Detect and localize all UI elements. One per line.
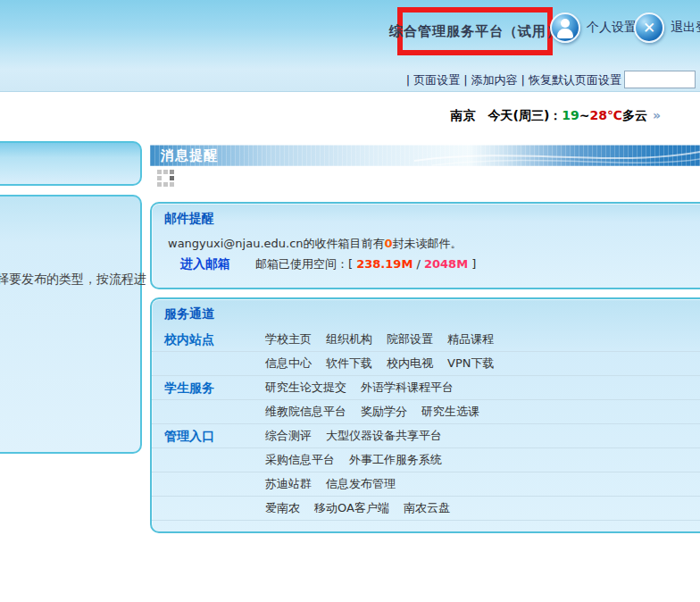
service-link[interactable]: 奖励学分 (361, 400, 407, 423)
service-category: 学生服务 (164, 376, 265, 399)
service-category (164, 497, 265, 520)
left-sidebar-panel-publish: 择要发布的类型，按流程进 (0, 195, 142, 454)
logout-button[interactable]: 退出登录 (634, 13, 700, 43)
weather-more-arrow[interactable]: » (653, 108, 661, 122)
page-toolbar: |页面设置|添加内容|恢复默认页面设置 (403, 72, 621, 88)
swoosh-decoration (414, 145, 700, 166)
weather-day: 今天(周三)： (488, 108, 562, 122)
service-link[interactable]: 研究生选课 (421, 400, 479, 423)
service-link[interactable]: 院部设置 (387, 328, 433, 351)
logout-label: 退出登录 (671, 20, 700, 36)
service-row: 学生服务研究生论文提交外语学科课程平台 (152, 376, 700, 400)
service-row: 信息中心软件下载校内电视VPN下载 (152, 352, 700, 376)
left-sidebar-panel-top[interactable] (0, 141, 142, 186)
toolbar-link[interactable]: 恢复默认页面设置 (529, 73, 621, 87)
service-link[interactable]: 采购信息平台 (265, 448, 335, 472)
toolbar-separator: | (463, 73, 467, 87)
service-row: 爱南农移动OA客户端南农云盘 (152, 497, 700, 521)
service-link[interactable]: 学校主页 (265, 328, 312, 351)
mail-reminder-panel: 邮件提醒 wangyuxi@njau.edu.cn的收件箱目前有0封未读邮件。 … (150, 202, 700, 289)
logout-x-icon (634, 13, 664, 43)
service-row: 苏迪站群信息发布管理 (152, 472, 700, 497)
service-link[interactable]: 信息中心 (265, 352, 312, 375)
platform-title-highlight: 综合管理服务平台（试用） (397, 7, 553, 55)
service-category (164, 400, 265, 423)
service-link[interactable]: 苏迪站群 (265, 472, 312, 496)
service-row: 采购信息平台外事工作服务系统 (152, 448, 700, 472)
mail-quota-line: 进入邮箱邮箱已使用空间：[ 238.19M / 2048M ] (180, 256, 476, 272)
service-link[interactable]: 组织机构 (326, 328, 372, 351)
service-category (164, 352, 265, 375)
service-link[interactable]: 移动OA客户端 (314, 497, 389, 520)
quota-end: ] (468, 257, 476, 271)
service-link[interactable]: 软件下载 (326, 352, 372, 375)
service-panel-title: 服务通道 (164, 306, 214, 322)
service-link[interactable]: VPN下载 (447, 352, 494, 375)
service-channel-panel: 服务通道 校内站点学校主页组织机构院部设置精品课程信息中心软件下载校内电视VPN… (150, 297, 700, 533)
service-link[interactable]: 南农云盘 (404, 497, 450, 520)
weather-city: 南京 (451, 108, 476, 122)
platform-title: 综合管理服务平台（试用） (389, 23, 561, 40)
service-link[interactable]: 外语学科课程平台 (361, 376, 454, 399)
portal-page: 综合管理服务平台（试用） 个人设置 退出登录 |页面设置|添加内容|恢复默认页面… (0, 0, 700, 602)
mail-status-prefix: wangyuxi@njau.edu.cn的收件箱目前有 (168, 237, 385, 250)
unread-count: 0 (385, 237, 393, 250)
weather-bar: 南京今天(周三)：19~28℃多云» (451, 108, 662, 124)
toolbar-input[interactable] (624, 71, 696, 88)
mail-panel-title: 邮件提醒 (164, 211, 214, 227)
message-reminder-title: 消息提醒 (161, 145, 218, 166)
personal-settings-label: 个人设置 (587, 20, 637, 36)
user-icon (550, 13, 580, 43)
mail-status-suffix: 封未读邮件。 (393, 237, 462, 250)
service-row: 校内站点学校主页组织机构院部设置精品课程 (152, 328, 700, 352)
weather-temp-high: 28℃ (590, 108, 622, 122)
weather-tilde: ~ (579, 108, 590, 122)
service-link[interactable]: 研究生论文提交 (265, 376, 346, 399)
toolbar-separator: | (521, 73, 525, 87)
service-category: 校内站点 (164, 328, 265, 351)
service-category (164, 472, 265, 496)
toolbar-separator: | (406, 73, 410, 87)
service-link[interactable]: 外事工作服务系统 (349, 448, 442, 472)
service-link[interactable]: 信息发布管理 (326, 472, 396, 496)
service-row: 维教院信息平台奖励学分研究生选课 (152, 400, 700, 424)
service-link[interactable]: 维教院信息平台 (265, 400, 346, 423)
service-link[interactable]: 大型仪器设备共享平台 (326, 424, 442, 447)
quota-total: 2048M (424, 257, 468, 271)
weather-temp-low: 19 (562, 108, 579, 122)
mail-status-line: wangyuxi@njau.edu.cn的收件箱目前有0封未读邮件。 (168, 236, 462, 252)
service-category (164, 448, 265, 472)
loading-grid-icon (157, 170, 174, 187)
quota-separator: / (412, 257, 424, 271)
weather-condition: 多云 (622, 108, 647, 122)
service-link[interactable]: 综合测评 (265, 424, 312, 447)
quota-used: 238.19M (356, 257, 412, 271)
service-link[interactable]: 精品课程 (447, 328, 494, 351)
toolbar-link[interactable]: 添加内容 (471, 73, 518, 87)
service-rows: 校内站点学校主页组织机构院部设置精品课程信息中心软件下载校内电视VPN下载学生服… (152, 328, 700, 521)
message-reminder-header: 消息提醒 (150, 145, 700, 166)
service-link[interactable]: 校内电视 (387, 352, 433, 375)
publish-hint-text: 择要发布的类型，按流程进 (0, 272, 146, 288)
quota-label: 邮箱已使用空间：[ (255, 257, 356, 271)
page-header: 综合管理服务平台（试用） 个人设置 退出登录 |页面设置|添加内容|恢复默认页面… (0, 0, 700, 92)
service-link[interactable]: 爱南农 (265, 497, 300, 520)
enter-mailbox-link[interactable]: 进入邮箱 (180, 256, 230, 271)
personal-settings-button[interactable]: 个人设置 (550, 13, 637, 43)
toolbar-link[interactable]: 页面设置 (413, 73, 460, 87)
service-category: 管理入口 (164, 424, 265, 447)
service-row: 管理入口综合测评大型仪器设备共享平台 (152, 424, 700, 448)
